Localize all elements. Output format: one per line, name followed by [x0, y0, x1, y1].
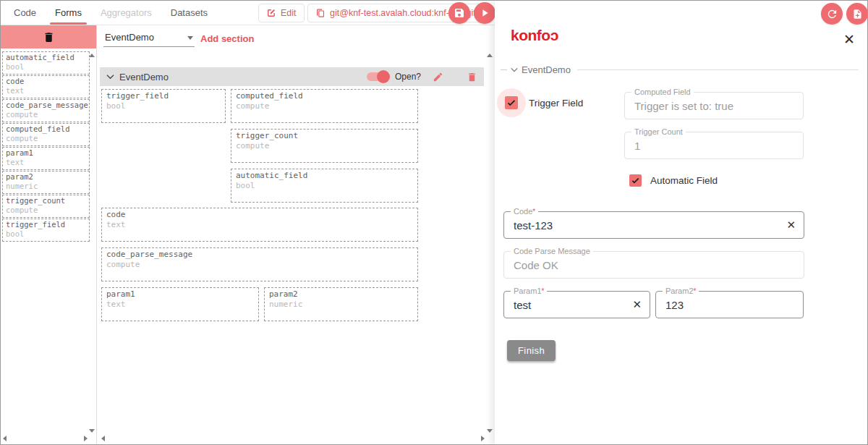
scroll-down-arrow[interactable] [487, 429, 493, 433]
preview-section-legend[interactable]: EventDemo [501, 64, 859, 75]
scroll-left-arrow[interactable] [3, 436, 7, 441]
scroll-up-arrow[interactable] [487, 54, 493, 57]
fields-palette-panel: automatic_field bool code text code_pars… [1, 25, 97, 445]
edit-button[interactable]: Edit [258, 4, 305, 22]
scroll-down-arrow[interactable] [89, 429, 95, 433]
trigger-count-input-wrap: Trigger Count [624, 132, 804, 159]
param2-input-wrap: Param2* [655, 291, 804, 318]
pencil-icon [433, 72, 443, 82]
chevron-down-icon [511, 67, 518, 72]
save-button[interactable] [448, 2, 470, 24]
tab-forms[interactable]: Forms [46, 1, 91, 25]
scroll-up-arrow[interactable] [89, 54, 95, 57]
konfoo-logo: konfoɔ [511, 27, 558, 44]
palette-field-trigger_field[interactable]: trigger_field bool [2, 219, 90, 242]
palette-field-param2[interactable]: param2 numeric [2, 171, 90, 194]
clear-icon[interactable]: ✕ [632, 298, 642, 311]
section-canvas: trigger_field bool computed_field comput… [100, 86, 484, 321]
copy-icon [315, 8, 326, 18]
form-builder-panel: EventDemo Add section EventDemo Open? [98, 25, 495, 445]
scroll-right-arrow[interactable] [481, 436, 485, 441]
automatic-field-row: Automatic Field [629, 174, 718, 187]
edit-icon [266, 8, 276, 18]
canvas-field-param2[interactable]: param2 numeric [264, 287, 418, 321]
section-title: EventDemo [119, 72, 169, 82]
add-section-button[interactable]: Add section [200, 33, 254, 44]
open-toggle-label: Open? [395, 72, 421, 82]
refresh-icon [826, 8, 838, 20]
trigger-field-row: Trigger Field [505, 96, 583, 109]
canvas-field-automatic_field[interactable]: automatic_field bool [231, 169, 418, 203]
form-preview-drawer: konfoɔ ✕ EventDemo Trigger Field Compute… [495, 1, 868, 445]
scroll-left-arrow[interactable] [101, 436, 105, 441]
tab-aggregators[interactable]: Aggregators [91, 1, 161, 25]
form-section: EventDemo Open? trigger_field bool [100, 67, 484, 321]
close-icon[interactable]: ✕ [843, 33, 855, 47]
canvas-field-code_parse_message[interactable]: code_parse_message compute [101, 247, 418, 281]
canvas-field-computed_field[interactable]: computed_field compute [231, 89, 418, 123]
tab-datasets[interactable]: Datasets [161, 1, 217, 25]
chevron-down-icon [106, 74, 114, 80]
automatic-field-checkbox[interactable] [629, 174, 642, 187]
code-input[interactable] [504, 212, 804, 238]
canvas-field-param1[interactable]: param1 text [101, 287, 259, 321]
trash-icon [43, 31, 55, 43]
palette-field-param1[interactable]: param1 text [2, 147, 90, 170]
palette-trash-dropzone[interactable] [1, 25, 96, 48]
trigger-field-checkbox[interactable] [505, 96, 518, 109]
section-header[interactable]: EventDemo Open? [100, 67, 484, 86]
open-toggle[interactable] [367, 72, 388, 81]
reload-form-button[interactable] [821, 3, 843, 25]
scroll-right-arrow[interactable] [84, 436, 88, 441]
delete-section-button[interactable] [467, 72, 477, 82]
edit-section-button[interactable] [433, 72, 443, 82]
palette-field-computed_field[interactable]: computed_field compute [2, 123, 90, 146]
edit-button-label: Edit [281, 8, 297, 18]
new-document-button[interactable] [846, 3, 868, 25]
preview-section-title: EventDemo [522, 64, 571, 75]
palette-field-automatic_field[interactable]: automatic_field bool [2, 51, 90, 75]
top-toolbar: Code Forms Aggregators Datasets Edit git… [1, 1, 495, 25]
check-icon [506, 97, 517, 109]
dropdown-arrow-icon [187, 36, 193, 40]
canvas-field-trigger_count[interactable]: trigger_count compute [231, 129, 418, 163]
palette-field-list: automatic_field bool code text code_pars… [1, 48, 96, 242]
clear-icon[interactable]: ✕ [786, 219, 796, 232]
palette-field-code[interactable]: code text [2, 75, 90, 98]
trigger-field-label: Trigger Field [529, 98, 583, 109]
trash-icon [467, 72, 477, 82]
play-icon [479, 7, 490, 19]
run-button[interactable] [474, 2, 495, 24]
add-file-icon [852, 9, 863, 20]
canvas-field-code[interactable]: code text [101, 208, 418, 242]
code-parse-message-input-wrap: Code Parse Message [503, 251, 804, 279]
code-input-wrap: Code* ✕ [503, 211, 804, 239]
param1-input-wrap: Param1* ✕ [503, 291, 650, 318]
computed-field-input-wrap: Computed Field [624, 92, 804, 119]
save-icon [454, 7, 465, 19]
tab-code[interactable]: Code [4, 1, 46, 25]
palette-field-trigger_count[interactable]: trigger_count compute [2, 195, 90, 218]
form-select[interactable]: EventDemo [103, 30, 195, 47]
finish-button[interactable]: Finish [507, 340, 556, 361]
canvas-field-trigger_field[interactable]: trigger_field bool [101, 89, 226, 123]
check-icon [630, 175, 641, 186]
palette-field-code_parse_message[interactable]: code_parse_message compute [2, 99, 90, 122]
automatic-field-label: Automatic Field [650, 175, 718, 186]
